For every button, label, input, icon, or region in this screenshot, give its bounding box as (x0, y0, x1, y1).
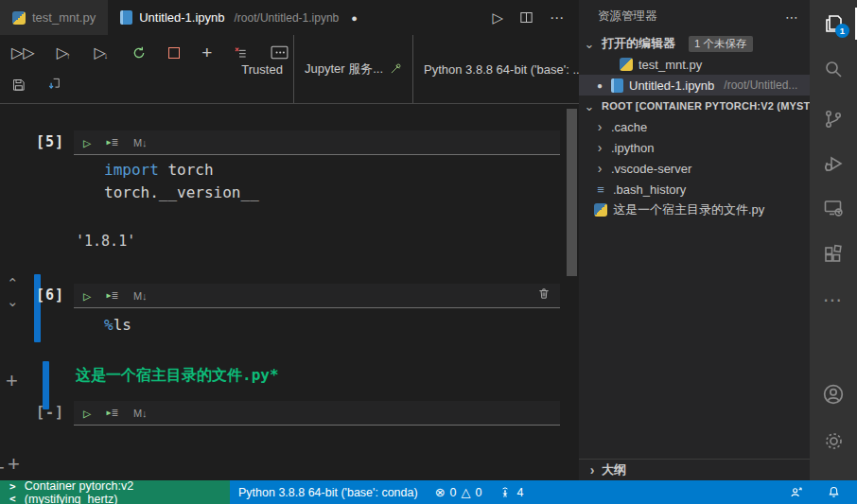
pending-cell-execution-count: [-] (36, 404, 64, 421)
open-editors-header[interactable]: ⌄ 打开的编辑器 1 个未保存 (579, 33, 810, 54)
run-by-line-icon[interactable]: ▶ ≣ (106, 289, 117, 302)
run-cell-icon[interactable]: ▷ (83, 288, 91, 304)
add-cell-bottom-icon[interactable]: + (8, 452, 20, 477)
cell5-code[interactable]: import torchtorch.__version__ (104, 159, 259, 204)
remote-explorer-icon (822, 197, 845, 219)
chevron-down-icon: ⌄ (583, 37, 596, 51)
status-bar: >< Container pytorch:v2 (mystifying_hert… (0, 480, 857, 504)
root-folder-header[interactable]: ⌄ ROOT [CONTAINER PYTORCH:V2 (MYSTI... (579, 96, 810, 116)
restart-kernel-icon[interactable] (131, 45, 147, 61)
notifications-button[interactable] (818, 485, 849, 499)
export-notebook-icon[interactable] (48, 77, 62, 92)
convert-to-markdown-icon[interactable]: M↓ (133, 408, 148, 419)
toolbar-row-1: ▷▷ ▷↑ ▷↓ + (11, 43, 289, 61)
python-file-icon (594, 203, 607, 217)
forwarded-ports-status[interactable]: 4 (490, 480, 532, 504)
tab-bar: test_mnt.py Untitled-1.ipynb /root/Untit… (0, 0, 579, 35)
explorer-more-actions-icon[interactable]: ⋯ (785, 9, 798, 25)
explorer-title-row: 资源管理器 ⋯ (579, 0, 810, 33)
unsaved-count-badge: 1 个未保存 (689, 36, 753, 52)
run-by-line-icon[interactable]: ▶ ≣ (106, 407, 117, 419)
run-all-cells-icon[interactable]: ▷▷ (11, 45, 35, 61)
more-actions-icon[interactable]: ⋯ (550, 9, 564, 26)
convert-to-markdown-icon[interactable]: M↓ (133, 137, 148, 148)
chevron-down-icon: ⌄ (583, 99, 596, 113)
sidebar-item-settings[interactable] (810, 422, 857, 460)
tab-untitled-notebook[interactable]: Untitled-1.ipynb /root/Untitled-1.ipynb … (108, 0, 370, 35)
clear-outputs-icon[interactable] (234, 45, 249, 61)
feedback-button[interactable] (780, 485, 813, 500)
python-file-icon (12, 11, 26, 25)
jupyter-server-indicator[interactable]: Jupyter 服务... (293, 35, 412, 103)
interrupt-kernel-icon[interactable] (168, 47, 180, 59)
more-views-icon[interactable]: ⋯ (810, 288, 857, 311)
warnings-icon: △ (461, 485, 470, 499)
cell6-code[interactable]: %ls (104, 314, 131, 337)
save-notebook-icon[interactable] (11, 78, 26, 92)
debug-icon (822, 152, 845, 175)
sidebar-item-source-control[interactable] (810, 100, 857, 138)
problems-status[interactable]: ⊗ 0 △ 0 (427, 480, 491, 504)
notebook-scrollbar-thumb[interactable] (567, 109, 577, 276)
run-cells-above-icon[interactable]: ▷↑ (57, 45, 73, 61)
unsaved-dot-icon[interactable]: ● (351, 12, 358, 24)
run-file-icon[interactable]: ▷ (492, 9, 503, 26)
sidebar-item-search[interactable] (810, 50, 857, 88)
extensions-icon (822, 243, 845, 266)
cell5-execution-count: [5] (36, 133, 64, 150)
file-bash-history[interactable]: ≡ .bash_history (579, 179, 810, 200)
toolbar-row-2 (11, 77, 62, 92)
kernel-picker[interactable]: Python 3.8.8 64-bit ('base': ... (412, 35, 579, 103)
convert-to-markdown-icon[interactable]: M↓ (133, 290, 148, 302)
clipped-add-cell-icon[interactable]: + (0, 456, 5, 480)
python-file-icon (620, 58, 633, 71)
editor-area: test_mnt.py Untitled-1.ipynb /root/Untit… (0, 0, 579, 480)
move-cell-up-icon[interactable]: ⌃ (7, 278, 19, 289)
run-cells-below-icon[interactable]: ▷↓ (94, 45, 110, 61)
bell-icon (827, 485, 841, 499)
run-cell-icon[interactable]: ▷ (83, 406, 91, 421)
explorer-badge: 1 (835, 24, 849, 38)
sidebar-item-run-debug[interactable] (810, 145, 857, 182)
explorer-title: 资源管理器 (598, 9, 657, 25)
sidebar-item-extensions[interactable] (810, 235, 857, 273)
unsaved-dot-icon: ● (594, 80, 605, 91)
file-host-dir-python[interactable]: 这是一个宿主目录的文件.py (579, 200, 810, 220)
folder-cache[interactable]: › .cache (579, 116, 810, 137)
open-editor-untitled-notebook[interactable]: ● Untitled-1.ipynb /root/Untitled... (579, 75, 810, 96)
split-editor-icon[interactable] (518, 9, 534, 26)
folder-ipython[interactable]: › .ipython (579, 137, 810, 158)
run-by-line-icon[interactable]: ▶ ≣ (106, 136, 117, 148)
add-cell-icon[interactable]: + (201, 43, 212, 61)
chevron-right-icon: › (586, 462, 598, 478)
sidebar-item-account[interactable] (810, 375, 857, 413)
tab-test-mnt-py[interactable]: test_mnt.py (0, 0, 108, 35)
notebook-file-icon (611, 78, 623, 93)
activity-bar: 1 (810, 0, 857, 480)
cell6-execution-count: [6] (36, 287, 64, 304)
variable-explorer-icon[interactable] (271, 45, 289, 60)
python-interpreter-status[interactable]: Python 3.8.8 64-bit ('base': conda) (230, 480, 427, 504)
insert-cell-icon[interactable]: + (6, 369, 18, 393)
chevron-right-icon: › (594, 119, 605, 134)
sidebar-item-explorer[interactable]: 1 (810, 5, 857, 43)
feedback-icon (789, 485, 804, 500)
cell6-toolbar: ▷ ▶ ≣ M↓ (74, 284, 560, 308)
pending-cell-toolbar: ▷ ▶ ≣ M↓ (74, 401, 560, 426)
folder-vscode-server[interactable]: › .vscode-server (579, 158, 810, 179)
sidebar-item-remote-explorer[interactable] (810, 189, 857, 227)
output-focus-bar (43, 361, 49, 409)
status-bar-right (780, 480, 857, 504)
outline-section-header[interactable]: › 大纲 (579, 459, 810, 480)
cell5-toolbar: ▷ ▶ ≣ M↓ (74, 130, 560, 155)
run-cell-icon[interactable]: ▷ (83, 135, 91, 150)
delete-cell-icon[interactable] (537, 287, 551, 304)
cell-focus-bar (34, 274, 41, 342)
move-cell-down-icon[interactable]: ⌄ (7, 296, 19, 307)
tab-path: /root/Untitled-1.ipynb (235, 11, 340, 25)
tab-label: test_mnt.py (32, 10, 96, 25)
server-connect-icon (389, 62, 402, 76)
notebook-toolbar: ▷▷ ▷↑ ▷↓ + (0, 35, 579, 104)
remote-indicator[interactable]: >< Container pytorch:v2 (mystifying_hert… (0, 480, 230, 504)
open-editor-test-mnt-py[interactable]: test_mnt.py (579, 54, 810, 75)
